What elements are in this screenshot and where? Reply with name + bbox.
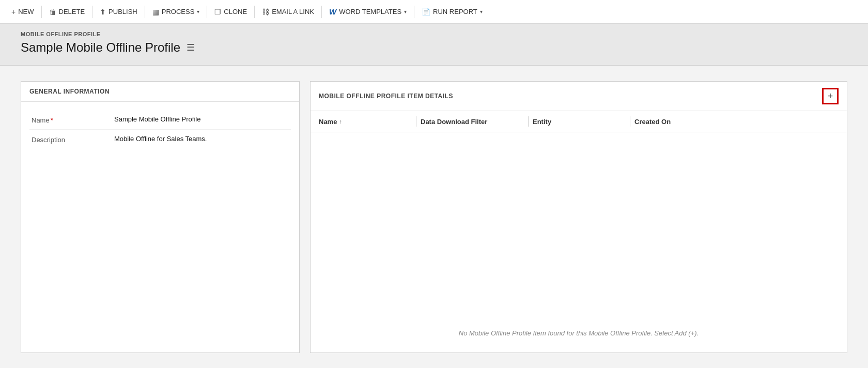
publish-button[interactable]: ⬆ PUBLISH bbox=[95, 5, 143, 19]
breadcrumb: MOBILE OFFLINE PROFILE bbox=[21, 31, 847, 37]
table-header: Name ↑ Data Download Filter Entity Creat… bbox=[311, 111, 847, 132]
report-icon: 📄 bbox=[422, 8, 430, 16]
process-button[interactable]: ▦ PROCESS ▾ bbox=[147, 5, 205, 19]
toolbar: + NEW 🗑 DELETE ⬆ PUBLISH ▦ PROCESS ▾ ❐ C… bbox=[0, 0, 868, 24]
item-details-header: MOBILE OFFLINE PROFILE ITEM DETAILS + bbox=[311, 82, 847, 111]
separator-7 bbox=[414, 6, 414, 18]
description-value: Mobile Offline for Sales Teams. bbox=[114, 135, 289, 143]
add-item-button[interactable]: + bbox=[822, 88, 839, 104]
col-header-filter: Data Download Filter bbox=[421, 118, 524, 126]
separator-4 bbox=[207, 6, 207, 18]
process-chevron-icon: ▾ bbox=[197, 9, 199, 14]
publish-icon: ⬆ bbox=[100, 8, 106, 16]
word-chevron-icon: ▾ bbox=[404, 9, 407, 14]
name-value: Sample Mobile Offline Profile bbox=[114, 115, 289, 123]
col-divider-3 bbox=[630, 116, 630, 127]
description-label: Description bbox=[32, 135, 114, 144]
word-templates-button[interactable]: W WORD TEMPLATES ▾ bbox=[324, 4, 412, 19]
required-indicator: * bbox=[51, 116, 53, 124]
word-icon: W bbox=[329, 7, 336, 16]
hamburger-menu-icon[interactable]: ☰ bbox=[187, 42, 195, 53]
item-details-panel: MOBILE OFFLINE PROFILE ITEM DETAILS + Na… bbox=[310, 81, 847, 353]
title-row: Sample Mobile Offline Profile ☰ bbox=[21, 40, 847, 55]
general-info-header: GENERAL INFORMATION bbox=[21, 82, 299, 102]
separator-1 bbox=[41, 6, 42, 18]
clone-button[interactable]: ❐ CLONE bbox=[209, 5, 252, 19]
email-icon: ⛓ bbox=[262, 8, 269, 16]
col-divider-2 bbox=[528, 116, 529, 127]
delete-button[interactable]: 🗑 DELETE bbox=[44, 5, 90, 19]
new-button[interactable]: + NEW bbox=[6, 5, 39, 19]
general-information-panel: GENERAL INFORMATION Name* Sample Mobile … bbox=[21, 81, 300, 353]
empty-state: No Mobile Offline Profile Item found for… bbox=[311, 132, 847, 352]
col-header-entity: Entity bbox=[533, 118, 626, 126]
run-report-button[interactable]: 📄 RUN REPORT ▾ bbox=[416, 5, 488, 19]
clone-icon: ❐ bbox=[214, 8, 221, 16]
form-table: Name* Sample Mobile Offline Profile Desc… bbox=[21, 102, 299, 157]
col-header-created: Created On bbox=[634, 118, 727, 126]
col-divider-1 bbox=[416, 116, 416, 127]
separator-6 bbox=[321, 6, 322, 18]
content-area: GENERAL INFORMATION Name* Sample Mobile … bbox=[0, 66, 868, 368]
name-label: Name* bbox=[32, 115, 114, 124]
separator-3 bbox=[145, 6, 145, 18]
description-row: Description Mobile Offline for Sales Tea… bbox=[29, 130, 291, 149]
email-link-button[interactable]: ⛓ EMAIL A LINK bbox=[257, 5, 319, 19]
empty-message: No Mobile Offline Profile Item found for… bbox=[459, 329, 699, 337]
sort-icon[interactable]: ↑ bbox=[339, 118, 342, 125]
page-header: MOBILE OFFLINE PROFILE Sample Mobile Off… bbox=[0, 24, 868, 66]
process-icon: ▦ bbox=[152, 8, 159, 16]
page-title: Sample Mobile Offline Profile bbox=[21, 40, 180, 55]
report-chevron-icon: ▾ bbox=[480, 9, 483, 14]
item-details-title: MOBILE OFFLINE PROFILE ITEM DETAILS bbox=[319, 93, 453, 100]
separator-2 bbox=[92, 6, 92, 18]
name-row: Name* Sample Mobile Offline Profile bbox=[29, 110, 291, 130]
delete-icon: 🗑 bbox=[49, 8, 56, 16]
new-icon: + bbox=[11, 8, 16, 16]
col-header-name: Name ↑ bbox=[319, 118, 412, 126]
separator-5 bbox=[254, 6, 255, 18]
